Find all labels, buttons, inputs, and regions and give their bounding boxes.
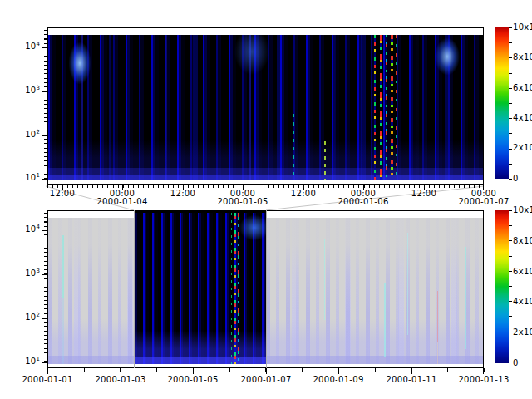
y-axis-tick-label: 104	[21, 42, 40, 52]
x-axis-tick	[411, 368, 412, 374]
x-axis-tick	[193, 368, 194, 374]
selection-edge-line[interactable]	[134, 210, 135, 368]
colorbar-ticks	[509, 210, 512, 364]
x-axis-tick	[47, 368, 48, 374]
colorbar-tick-label: 4x107	[513, 298, 532, 307]
dim-streak	[407, 218, 408, 364]
dim-streak	[384, 218, 386, 364]
dim-streak	[324, 218, 325, 364]
x-axis-tick-label: 12:00	[394, 190, 454, 198]
colorbar-tick-label: 8x107	[513, 53, 532, 62]
burst-streak	[231, 213, 232, 364]
plot-figure: 104 103 102 101 12:00 00:002000-01-04 12…	[0, 0, 532, 399]
dim-streak	[465, 218, 466, 364]
y-axis-tick	[42, 274, 47, 275]
colorbar-tick-label: 0	[513, 175, 532, 184]
zoom-selection-box[interactable]	[134, 211, 266, 364]
y-axis-tick-label: 103	[21, 269, 40, 278]
x-axis-tick-label: 2000-01-13	[456, 376, 511, 384]
detail-spectrogram-canvas[interactable]	[48, 35, 483, 180]
x-axis-tick-label: 12:00	[153, 190, 213, 198]
y-axis-tick-label: 102	[21, 313, 40, 323]
y-axis-tick	[42, 47, 47, 48]
burst-streak	[374, 35, 376, 180]
colorbar-tick-label: 2x107	[513, 328, 532, 337]
x-axis-tick	[338, 368, 339, 374]
x-axis-tick-label: 2000-01-01	[20, 376, 75, 384]
x-axis-minor-ticks	[47, 185, 484, 188]
colorbar-tick-label: 6x107	[513, 268, 532, 277]
x-axis-tick-label: 00:002000-01-06	[333, 190, 393, 206]
x-axis-tick-label: 12:00	[273, 190, 333, 198]
y-axis-tick-label: 103	[21, 86, 40, 96]
y-axis-tick	[42, 318, 47, 319]
dim-streak	[437, 218, 438, 364]
y-axis-tick-label: 101	[21, 174, 40, 183]
colorbar-tick-label: 4x107	[513, 114, 532, 123]
y-axis-minor-ticks	[44, 30, 47, 182]
x-axis-tick-label: 00:002000-01-05	[213, 190, 273, 206]
overview-dimmed-left[interactable]	[48, 218, 134, 364]
y-axis-tick	[42, 362, 47, 363]
colorbar-tick-label: 2x107	[513, 144, 532, 153]
y-axis-tick	[42, 91, 47, 92]
y-axis-tick	[42, 179, 47, 180]
colorbar-tick-label: 6x107	[513, 84, 532, 93]
colorbar-tick-label: 10x107	[513, 206, 532, 215]
colorbar-tick-label: 10x107	[513, 23, 532, 32]
burst-streak	[386, 35, 387, 180]
colorbar-gradient	[495, 27, 509, 179]
x-axis-tick	[483, 368, 484, 374]
dim-streak	[62, 218, 64, 364]
burst-streak	[234, 213, 236, 364]
x-axis-tick-label: 12:00	[32, 190, 92, 198]
x-axis-tick-label: 2000-01-07	[239, 376, 293, 384]
x-axis-tick-label: 2000-01-09	[311, 376, 366, 384]
y-axis-tick-label: 101	[21, 357, 40, 367]
minor-streak	[324, 141, 326, 180]
minor-streak	[293, 114, 294, 180]
y-axis-minor-ticks	[44, 213, 47, 365]
y-axis-tick-label: 102	[21, 131, 40, 140]
y-axis-tick-label: 104	[21, 225, 40, 234]
burst-streak	[380, 35, 382, 180]
burst-streak	[391, 35, 393, 180]
x-axis-tick-label: 2000-01-05	[165, 376, 220, 384]
x-axis-tick	[121, 368, 121, 374]
burst-streak	[238, 213, 239, 364]
colorbar-ticks	[509, 27, 512, 180]
x-axis-tick	[266, 368, 267, 374]
x-axis-tick-label: 2000-01-11	[384, 376, 439, 384]
x-axis-tick-label: 00:002000-01-07	[454, 190, 514, 206]
colorbar-tick-label: 8x107	[513, 237, 532, 246]
colorbar-gradient	[495, 210, 509, 363]
overview-dimmed-right[interactable]	[266, 218, 483, 364]
detail-panel	[47, 27, 484, 185]
x-axis-tick-label: 00:002000-01-04	[92, 190, 152, 206]
y-axis-tick	[42, 230, 47, 231]
x-axis-tick-label: 2000-01-03	[93, 376, 148, 384]
overview-spectrogram-canvas	[134, 213, 266, 364]
colorbar-tick-label: 0	[513, 359, 532, 368]
selection-edge-line[interactable]	[266, 210, 267, 368]
y-axis-tick	[42, 135, 47, 136]
burst-streak	[396, 35, 397, 180]
